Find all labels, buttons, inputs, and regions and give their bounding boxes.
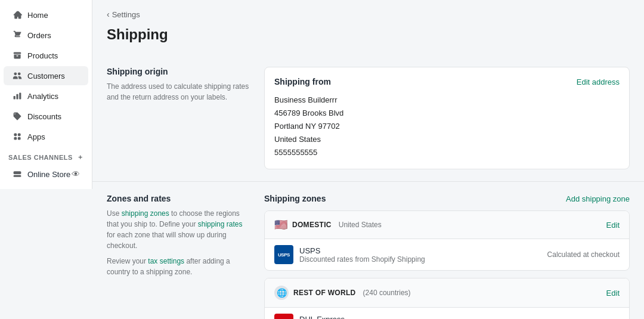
apps-icon [12,131,23,142]
discounts-icon [12,111,23,122]
sidebar-item-home-label: Home [27,11,48,20]
us-flag-icon: 🇺🇸 [274,218,287,231]
sidebar-item-analytics-label: Analytics [27,92,58,101]
usps-carrier-info-1: USPS Discounted rates from Shopify Shipp… [299,246,425,264]
dhl-name: DHL Express [299,315,425,319]
breadcrumb-label: Settings [112,10,140,19]
customers-icon [12,70,23,81]
shipping-origin-title: Shipping origin [107,67,250,76]
sidebar-item-orders-label: Orders [27,31,51,40]
tax-settings-link[interactable]: tax settings [148,257,184,265]
breadcrumb[interactable]: ‹ Settings [92,0,644,24]
sales-channels-label: SALES CHANNELS [8,154,73,161]
page-title: Shipping [92,24,644,55]
usps-logo-1: USPS [274,245,293,264]
products-icon [12,50,23,61]
rest-of-world-name: REST OF WORLD [293,289,356,297]
sidebar-item-customers[interactable]: Customers [4,66,88,85]
zones-rates-right: Shipping zones Add shipping zone 🇺🇸 DOME… [264,194,630,319]
sales-channels-section: SALES CHANNELS ＋ [0,147,92,164]
address-block: Business Builderrr 456789 Brooks Blvd Po… [274,94,620,159]
domestic-zone-country: United States [339,221,382,229]
sidebar-item-online-store[interactable]: Online Store 👁 [4,165,88,184]
orders-icon [12,30,23,41]
rest-of-world-count: (240 countries) [363,289,411,297]
usps-carrier-row-1: USPS USPS Discounted rates from Shopify … [265,239,629,270]
shipping-from-title: Shipping from [274,77,331,86]
shipping-from-header: Shipping from Edit address [274,77,620,86]
rest-of-world-zone-info: 🌐 REST OF WORLD (240 countries) [274,286,411,300]
address-name: Business Builderrr [274,94,620,107]
edit-address-button[interactable]: Edit address [577,78,620,86]
domestic-zone-card: 🇺🇸 DOMESTIC United States Edit USPS USPS… [264,210,630,271]
sidebar-item-analytics[interactable]: Analytics [4,86,88,106]
online-store-label: Online Store [27,170,70,179]
domestic-zone-header: 🇺🇸 DOMESTIC United States Edit [265,211,629,239]
shipping-origin-left: Shipping origin The address used to calc… [107,67,250,169]
sidebar-item-apps[interactable]: Apps [4,127,88,146]
chevron-left-icon: ‹ [107,10,110,19]
globe-icon: 🌐 [274,286,289,300]
usps-name-1: USPS [299,246,425,255]
shipping-zones-header: Shipping zones Add shipping zone [264,194,630,203]
shipping-rates-link[interactable]: shipping rates [198,220,243,228]
sidebar-item-discounts-label: Discounts [27,112,61,121]
shipping-zones-title: Shipping zones [264,194,326,203]
zones-rates-title: Zones and rates [107,194,250,203]
shipping-origin-card: Shipping from Edit address Business Buil… [264,67,630,169]
add-shipping-zone-button[interactable]: Add shipping zone [566,194,630,203]
sidebar-item-discounts[interactable]: Discounts [4,107,88,126]
domestic-zone-info: 🇺🇸 DOMESTIC United States [274,218,382,231]
edit-domestic-button[interactable]: Edit [606,221,620,230]
home-icon [12,10,23,20]
address-street: 456789 Brooks Blvd [274,107,620,120]
store-icon [12,169,23,179]
zones-rates-left: Zones and rates Use shipping zones to ch… [107,194,250,319]
sidebar-item-home[interactable]: Home [4,5,88,24]
usps-price-1: Calculated at checkout [547,250,620,259]
rest-of-world-zone-header: 🌐 REST OF WORLD (240 countries) Edit [265,278,629,308]
edit-rest-of-world-button[interactable]: Edit [606,289,620,298]
main-content: ‹ Settings Shipping Shipping origin The … [92,0,644,319]
sidebar-item-apps-label: Apps [27,132,45,141]
analytics-icon [12,91,23,101]
zones-rates-desc1: Use shipping zones to choose the regions… [107,208,250,251]
sidebar-item-orders[interactable]: Orders [4,26,88,45]
dhl-logo: DHL [274,314,293,319]
eye-icon[interactable]: 👁 [72,169,80,179]
dhl-carrier-left: DHL DHL Express Discounted rates from Sh… [274,314,425,319]
address-country: United States [274,133,620,146]
add-channel-icon[interactable]: ＋ [77,153,84,162]
sidebar-item-customers-label: Customers [27,72,65,80]
shipping-origin-desc: The address used to calculate shipping r… [107,81,250,103]
address-phone: 5555555555 [274,146,620,159]
zones-rates-section: Zones and rates Use shipping zones to ch… [92,182,644,319]
sidebar-item-products[interactable]: Products [4,46,88,65]
sidebar: Home Orders Products Customers Analytics [0,0,92,319]
address-city-state: Portland NY 97702 [274,120,620,133]
usps-desc-1: Discounted rates from Shopify Shipping [299,255,425,264]
usps-carrier-left-1: USPS USPS Discounted rates from Shopify … [274,245,425,264]
rest-of-world-zone-card: 🌐 REST OF WORLD (240 countries) Edit DHL… [264,278,630,319]
dhl-carrier-info: DHL Express Discounted rates from Shopif… [299,315,425,319]
dhl-carrier-row: DHL DHL Express Discounted rates from Sh… [265,308,629,319]
shipping-origin-section: Shipping origin The address used to calc… [92,55,644,182]
zones-rates-desc2: Review your tax settings after adding a … [107,256,250,277]
shipping-zones-link[interactable]: shipping zones [122,209,169,218]
domestic-zone-name: DOMESTIC [292,221,332,229]
sidebar-item-products-label: Products [27,51,58,60]
